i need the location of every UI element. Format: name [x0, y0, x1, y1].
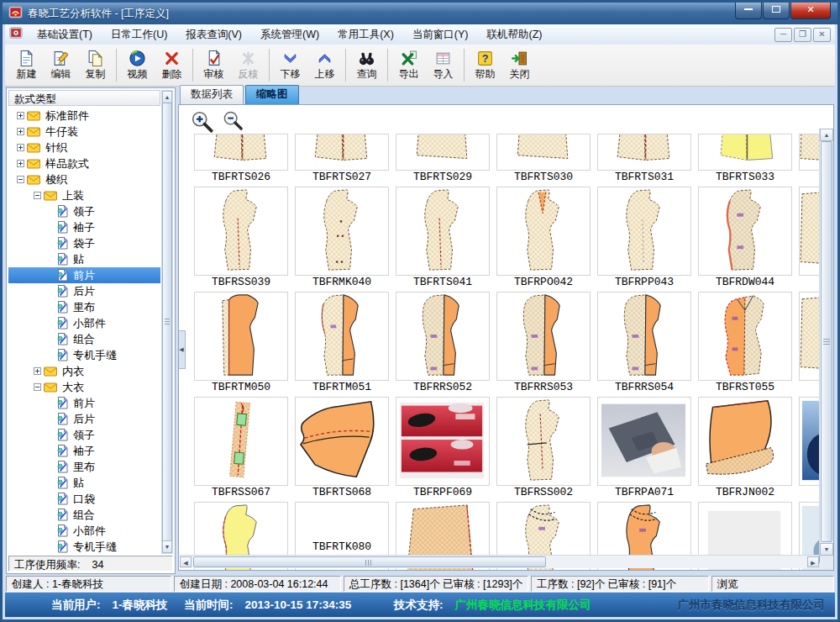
- pattern-thumbnail[interactable]: [194, 134, 288, 171]
- pattern-thumbnail[interactable]: [698, 134, 792, 171]
- grid-cell[interactable]: TBFRTS030: [496, 134, 591, 183]
- horizontal-scrollbar[interactable]: ◀ ▶: [180, 555, 819, 568]
- close-button[interactable]: ✕: [790, 3, 831, 19]
- tree-scrollbar[interactable]: ▲ ▼: [161, 90, 173, 554]
- vertical-scrollbar[interactable]: ▲ ▼: [819, 129, 833, 556]
- tree-item[interactable]: 针织: [8, 140, 160, 156]
- scroll-down-icon[interactable]: ▼: [820, 543, 833, 556]
- menu-item-6[interactable]: 当前窗口(Y): [403, 25, 478, 45]
- tab-data-list[interactable]: 数据列表: [180, 85, 244, 104]
- vertical-scrollbar-thumb[interactable]: [821, 141, 832, 542]
- scroll-left-icon[interactable]: ◀: [180, 556, 192, 567]
- minimize-button[interactable]: [735, 3, 762, 19]
- tree-item[interactable]: 组合: [8, 507, 160, 523]
- tree-item[interactable]: 小部件: [8, 523, 160, 539]
- tree-item[interactable]: 小部件: [8, 315, 160, 331]
- scroll-right-icon[interactable]: ▶: [807, 556, 819, 567]
- grid-cell[interactable]: TBFRST055: [698, 292, 792, 393]
- tree-item[interactable]: 袖子: [8, 443, 160, 459]
- tree-item[interactable]: 上装: [8, 187, 160, 203]
- pattern-thumbnail[interactable]: [396, 292, 490, 381]
- pattern-thumbnail[interactable]: [295, 187, 389, 276]
- mdi-minimize-button[interactable]: ─: [774, 28, 792, 42]
- toolbar-button-move-down[interactable]: 下移: [273, 45, 307, 86]
- pattern-thumbnail[interactable]: [496, 292, 591, 381]
- tab-thumbnail-view[interactable]: 缩略图: [245, 85, 299, 104]
- grid-cell[interactable]: TBFRJN002: [698, 397, 792, 498]
- collapse-minus-icon[interactable]: [17, 176, 24, 183]
- grid-cell[interactable]: TBFRPA071: [597, 397, 691, 498]
- grid-cell[interactable]: TBFRRS052: [396, 292, 490, 393]
- grid-cell[interactable]: TBFRTS041: [396, 187, 490, 288]
- pattern-thumbnail[interactable]: [597, 292, 691, 381]
- pattern-thumbnail[interactable]: [597, 397, 691, 486]
- grid-cell[interactable]: TBFRMK040: [295, 187, 389, 288]
- horizontal-scrollbar-thumb[interactable]: [193, 556, 546, 567]
- tree-item[interactable]: 袖子: [8, 219, 160, 235]
- tree-item[interactable]: 贴: [8, 475, 160, 491]
- mdi-close-button[interactable]: ✕: [813, 28, 831, 42]
- grid-cell[interactable]: TBFRPF069: [396, 397, 490, 498]
- scroll-up-icon[interactable]: ▲: [820, 129, 833, 141]
- menu-item-7[interactable]: 联机帮助(Z): [477, 25, 551, 45]
- toolbar-button-exit-door[interactable]: 关闭: [502, 45, 537, 86]
- pattern-thumbnail[interactable]: [295, 397, 389, 486]
- grid-cell[interactable]: TBFRTS033: [698, 134, 792, 183]
- menu-item-5[interactable]: 常用工具(X): [328, 25, 403, 45]
- expand-plus-icon[interactable]: [17, 128, 24, 135]
- splitter-collapse-button[interactable]: ◀: [178, 330, 186, 369]
- tree-item[interactable]: 标准部件: [8, 108, 160, 124]
- toolbar-button-import-grid[interactable]: 导入: [426, 45, 460, 86]
- grid-cell[interactable]: TBFRTS029: [396, 134, 490, 183]
- toolbar-button-approve-check[interactable]: 审核: [197, 45, 231, 86]
- tree-item[interactable]: 贴: [8, 251, 160, 267]
- grid-cell[interactable]: TBFRTS027: [295, 134, 389, 183]
- pattern-thumbnail[interactable]: [597, 187, 691, 276]
- scroll-up-icon[interactable]: ▲: [162, 91, 172, 103]
- toolbar-button-new-document[interactable]: 新建: [9, 45, 44, 86]
- tree-item[interactable]: 后片: [8, 283, 160, 299]
- tree-item[interactable]: 里布: [8, 299, 160, 315]
- tree-item[interactable]: 牛仔装: [8, 124, 160, 140]
- toolbar-button-video-play[interactable]: 视频: [120, 45, 155, 86]
- pattern-thumbnail[interactable]: [698, 292, 792, 381]
- grid-cell[interactable]: TBFRSS039: [194, 187, 288, 288]
- toolbar-button-search-binoculars[interactable]: 查询: [349, 45, 384, 86]
- zoom-in-magnifier-icon[interactable]: [191, 110, 216, 135]
- collapse-minus-icon[interactable]: [34, 192, 41, 199]
- grid-cell[interactable]: TBFRTM050: [194, 292, 288, 393]
- grid-cell[interactable]: TBFRPO042: [496, 187, 591, 288]
- grid-cell[interactable]: TBFRTM051: [295, 292, 389, 393]
- menu-item-2[interactable]: 日常工作(U): [102, 25, 176, 45]
- pattern-thumbnail[interactable]: [396, 397, 490, 486]
- pattern-thumbnail[interactable]: [194, 397, 288, 486]
- toolbar-button-copy[interactable]: 复制: [78, 45, 113, 86]
- toolbar-button-unapprove[interactable]: 反核: [231, 45, 265, 86]
- tree-item[interactable]: 内衣: [8, 363, 160, 379]
- pattern-thumbnail[interactable]: [496, 134, 591, 171]
- maximize-button[interactable]: [763, 3, 790, 19]
- tree-item-selected[interactable]: 前片: [8, 267, 160, 283]
- menu-item-3[interactable]: 报表查询(V): [176, 25, 251, 45]
- toolbar-button-move-up[interactable]: 上移: [307, 45, 342, 86]
- toolbar-button-export-excel[interactable]: 导出: [391, 45, 426, 86]
- pattern-thumbnail[interactable]: [698, 187, 792, 276]
- tree-item[interactable]: 袋子: [8, 235, 160, 251]
- tree-item[interactable]: 样品款式: [8, 156, 160, 171]
- pattern-thumbnail[interactable]: [194, 292, 288, 381]
- grid-cell[interactable]: TBFRRS054: [597, 292, 691, 393]
- tree-item[interactable]: 后片: [8, 411, 160, 427]
- tree-item[interactable]: 领子: [8, 203, 160, 219]
- expand-plus-icon[interactable]: [17, 112, 24, 119]
- menu-item-4[interactable]: 系统管理(W): [251, 25, 328, 45]
- tree-item[interactable]: 领子: [8, 427, 160, 443]
- grid-cell[interactable]: TBFRDW044: [698, 187, 792, 288]
- pattern-thumbnail[interactable]: [496, 397, 591, 486]
- pattern-thumbnail[interactable]: [698, 397, 792, 486]
- tree-item[interactable]: 专机手缝: [8, 347, 160, 363]
- grid-cell[interactable]: TBFRRS053: [496, 292, 591, 393]
- tree-item[interactable]: 组合: [8, 331, 160, 347]
- expand-plus-icon[interactable]: [17, 144, 24, 151]
- zoom-out-magnifier-icon[interactable]: [223, 110, 248, 135]
- pattern-thumbnail[interactable]: [295, 292, 389, 381]
